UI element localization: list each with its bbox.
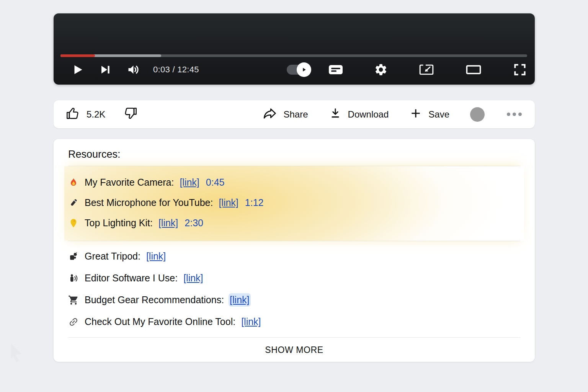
fullscreen-icon — [513, 62, 527, 77]
thumbs-up-icon — [65, 106, 80, 123]
autoplay-toggle[interactable] — [287, 65, 309, 75]
captions-icon — [328, 64, 343, 76]
resource-link[interactable]: [link] — [158, 217, 178, 229]
resource-item: Great Tripod: [link] — [68, 245, 520, 267]
seek-bar-played — [60, 54, 95, 57]
miniplayer-button[interactable] — [418, 63, 434, 76]
next-button[interactable] — [99, 63, 112, 76]
pin-icon — [68, 218, 79, 229]
editor-speaker-icon — [68, 273, 79, 284]
avatar[interactable] — [470, 107, 485, 122]
seek-bar[interactable] — [60, 54, 527, 57]
resource-label: Check Out My Favorite Online Tool: — [85, 316, 235, 327]
more-dots-icon — [507, 113, 510, 116]
player-controls: 0:03 / 12:45 — [60, 58, 527, 82]
resource-link[interactable]: [link] — [241, 316, 261, 327]
save-label: Save — [428, 109, 449, 120]
resource-link[interactable]: [link] — [146, 251, 166, 262]
resource-item: Editor Software I Use: [link] — [68, 267, 520, 289]
share-arrow-icon — [262, 106, 278, 123]
more-options-button[interactable] — [505, 111, 523, 118]
plus-icon — [409, 107, 422, 122]
share-label: Share — [284, 109, 308, 120]
like-count: 5.2K — [87, 109, 105, 120]
theater-mode-icon — [465, 63, 482, 76]
like-button[interactable]: 5.2K — [65, 106, 105, 123]
next-icon — [99, 63, 112, 76]
cart-icon — [68, 295, 79, 305]
resource-link[interactable]: [link] — [180, 177, 199, 188]
download-label: Download — [348, 109, 389, 120]
resource-link[interactable]: [link] — [183, 273, 203, 284]
microphone-icon — [68, 198, 79, 208]
mouse-cursor — [8, 342, 28, 369]
download-button[interactable]: Download — [329, 107, 389, 122]
share-button[interactable]: Share — [262, 106, 308, 123]
resource-label: Great Tripod: — [85, 251, 140, 262]
link-chain-icon — [68, 317, 79, 327]
play-button[interactable] — [70, 63, 84, 77]
resource-item: Check Out My Favorite Online Tool: [link… — [68, 311, 520, 333]
fire-icon — [68, 177, 79, 188]
miniplayer-icon — [418, 63, 434, 76]
highlighted-resources-section: My Favorite Camera: [link] 0:45 Best Mic… — [64, 166, 524, 241]
video-action-bar: 5.2K Share Download Save — [54, 100, 535, 128]
show-more-button[interactable]: SHOW MORE — [265, 345, 323, 355]
settings-gear-icon — [374, 63, 388, 77]
description-panel: Resources: My Favorite Camera: [link] 0:… — [54, 139, 535, 362]
fullscreen-button[interactable] — [513, 62, 527, 77]
resource-label: Best Microphone for YouTube: — [85, 197, 213, 208]
download-icon — [329, 107, 342, 122]
resource-label: Editor Software I Use: — [85, 273, 178, 284]
resource-item: Budget Gear Recommendations: [link] — [68, 289, 520, 311]
resources-heading: Resources: — [68, 148, 520, 160]
timestamp-link[interactable]: 0:45 — [206, 177, 225, 188]
resource-item: My Favorite Camera: [link] 0:45 — [64, 172, 524, 193]
autoplay-knob-play-icon — [297, 62, 311, 77]
volume-icon — [126, 62, 141, 77]
tripod-icon — [68, 251, 79, 262]
resource-item: Best Microphone for YouTube: [link] 1:12 — [64, 193, 524, 213]
save-button[interactable]: Save — [409, 107, 449, 122]
video-player: 0:03 / 12:45 — [54, 13, 535, 85]
captions-button[interactable] — [328, 64, 343, 76]
resource-label: Budget Gear Recommendations: — [85, 294, 224, 305]
resource-item: Top Lighting Kit: [link] 2:30 — [64, 213, 524, 233]
resource-link[interactable]: [link] — [230, 294, 249, 305]
settings-button[interactable] — [374, 63, 388, 77]
thumbs-down-icon — [123, 106, 138, 123]
dislike-button[interactable] — [123, 106, 138, 123]
theater-mode-button[interactable] — [465, 63, 482, 76]
time-display: 0:03 / 12:45 — [153, 65, 199, 75]
timestamp-link[interactable]: 1:12 — [245, 197, 264, 208]
resources-list: Great Tripod: [link] Editor Software I U… — [68, 241, 520, 337]
play-icon — [70, 63, 84, 77]
resource-link[interactable]: [link] — [219, 197, 238, 208]
volume-button[interactable] — [126, 62, 141, 77]
resource-label: Top Lighting Kit: — [85, 217, 153, 229]
timestamp-link[interactable]: 2:30 — [185, 217, 203, 229]
resource-label: My Favorite Camera: — [85, 177, 174, 188]
